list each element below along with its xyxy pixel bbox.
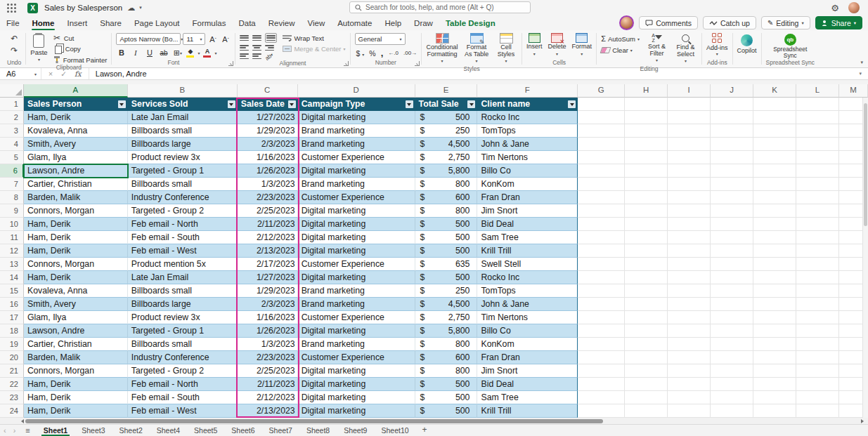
- cell[interactable]: [625, 364, 668, 378]
- column-header-C[interactable]: C: [238, 84, 298, 98]
- cell[interactable]: [711, 378, 753, 391]
- sheet-tab-sheet10[interactable]: Sheet10: [374, 425, 415, 436]
- cell[interactable]: [796, 364, 839, 378]
- tab-help[interactable]: Help: [378, 15, 408, 30]
- cell[interactable]: $500: [415, 218, 478, 231]
- redo-icon[interactable]: ↷: [8, 45, 20, 56]
- table-header-cell[interactable]: Sales Date: [238, 98, 298, 111]
- cell[interactable]: [625, 271, 668, 284]
- presence-avatar[interactable]: [619, 15, 634, 30]
- cell[interactable]: Kovaleva, Anna: [24, 124, 128, 138]
- cell[interactable]: Digital marketing: [298, 391, 415, 404]
- cell[interactable]: [668, 124, 711, 138]
- cell[interactable]: [578, 231, 625, 244]
- filter-button[interactable]: [228, 100, 235, 108]
- cell[interactable]: Ham, Derik: [24, 378, 128, 391]
- filter-button[interactable]: [568, 100, 576, 108]
- cell[interactable]: [753, 98, 796, 111]
- column-header-L[interactable]: L: [796, 84, 839, 98]
- align-center-icon[interactable]: [252, 44, 261, 51]
- cell[interactable]: Feb email - West: [128, 404, 238, 418]
- cell[interactable]: Customer Experience: [298, 258, 415, 271]
- font-dialog-launcher-icon[interactable]: [228, 61, 233, 66]
- next-sheet-icon[interactable]: ›: [10, 425, 20, 435]
- column-header-B[interactable]: B: [128, 84, 238, 98]
- sheet-tab-sheet2[interactable]: Sheet2: [112, 425, 149, 436]
- cell[interactable]: Billboards small: [128, 338, 238, 351]
- row-header-9[interactable]: 9: [0, 204, 24, 218]
- cell[interactable]: Glam, Ilya: [24, 311, 128, 324]
- sheet-tab-sheet1[interactable]: Sheet1: [37, 425, 75, 436]
- cell[interactable]: Ham, Derik: [24, 111, 128, 124]
- title-chevron-down-icon[interactable]: ▾: [139, 5, 142, 11]
- cell[interactable]: [668, 351, 711, 364]
- cell[interactable]: Billo Co: [477, 324, 578, 338]
- cell[interactable]: [796, 111, 839, 124]
- cell[interactable]: Digital marketing: [298, 364, 415, 378]
- cell[interactable]: Billboards large: [128, 138, 238, 151]
- cell[interactable]: [578, 244, 625, 258]
- cell[interactable]: Digital marketing: [298, 404, 415, 418]
- cell[interactable]: [796, 164, 839, 178]
- cell[interactable]: Product review 3x: [128, 311, 238, 324]
- cell[interactable]: Billboards large: [128, 298, 238, 311]
- cancel-entry-icon[interactable]: ×: [48, 70, 53, 78]
- cell[interactable]: [711, 231, 753, 244]
- tab-file[interactable]: File: [0, 15, 26, 30]
- cell[interactable]: [796, 231, 839, 244]
- catch-up-button[interactable]: Catch up: [703, 16, 756, 29]
- cell[interactable]: [753, 244, 796, 258]
- cell[interactable]: [796, 271, 839, 284]
- cell[interactable]: [753, 111, 796, 124]
- cell[interactable]: $5,800: [415, 324, 478, 338]
- cell[interactable]: [578, 178, 625, 191]
- cell[interactable]: KonKom: [477, 178, 578, 191]
- row-header-5[interactable]: 5: [0, 151, 24, 164]
- font-size-select[interactable]: 11▾: [183, 33, 205, 45]
- cell[interactable]: Connors, Morgan: [24, 258, 128, 271]
- cell[interactable]: [711, 178, 753, 191]
- autosum-button[interactable]: ΣAutoSum▾: [601, 34, 640, 43]
- comma-format-button[interactable]: ,: [381, 48, 384, 58]
- tab-page-layout[interactable]: Page Layout: [128, 15, 186, 30]
- format-painter-button[interactable]: Format Painter: [53, 55, 108, 64]
- cell[interactable]: [668, 284, 711, 298]
- cell[interactable]: [753, 191, 796, 204]
- cell[interactable]: Feb email - North: [128, 218, 238, 231]
- cell[interactable]: Digital marketing: [298, 324, 415, 338]
- vertical-scrollbar-thumb[interactable]: [864, 103, 867, 226]
- scroll-left-arrow-icon[interactable]: [19, 419, 24, 423]
- cell[interactable]: Late Jan Email: [128, 271, 238, 284]
- font-name-select[interactable]: Aptos Narrow (Bo...▾: [116, 33, 181, 45]
- cell[interactable]: Brand marketing: [298, 284, 415, 298]
- cell[interactable]: 2/25/2023: [238, 364, 298, 378]
- cell[interactable]: Bid Deal: [477, 218, 578, 231]
- cell[interactable]: Kovaleva, Anna: [24, 284, 128, 298]
- cell[interactable]: [668, 338, 711, 351]
- tab-automate[interactable]: Automate: [331, 15, 378, 30]
- cell[interactable]: Krill Trill: [477, 404, 578, 418]
- row-header-10[interactable]: 10: [0, 218, 24, 231]
- filter-button[interactable]: [288, 100, 296, 108]
- filter-button[interactable]: [467, 100, 475, 108]
- align-right-icon[interactable]: [265, 44, 274, 51]
- collapse-ribbon-icon[interactable]: ▾: [860, 60, 863, 65]
- cell[interactable]: [753, 258, 796, 271]
- cell[interactable]: Jim Snort: [477, 204, 578, 218]
- cell[interactable]: 2/13/2023: [238, 404, 298, 418]
- sheet-tab-sheet4[interactable]: Sheet4: [150, 425, 187, 436]
- cell[interactable]: [753, 164, 796, 178]
- cell[interactable]: Customer Experience: [298, 151, 415, 164]
- cell[interactable]: [796, 391, 839, 404]
- cell[interactable]: [625, 178, 668, 191]
- cell[interactable]: [578, 351, 625, 364]
- cell[interactable]: 2/17/2023: [238, 258, 298, 271]
- cell[interactable]: [711, 244, 753, 258]
- cell[interactable]: [625, 244, 668, 258]
- cell[interactable]: $800: [415, 178, 478, 191]
- all-sheets-menu-icon[interactable]: ≡: [19, 426, 36, 435]
- settings-gear-icon[interactable]: ⚙: [831, 4, 839, 13]
- cell[interactable]: [625, 391, 668, 404]
- cell[interactable]: [711, 391, 753, 404]
- cell[interactable]: [796, 351, 839, 364]
